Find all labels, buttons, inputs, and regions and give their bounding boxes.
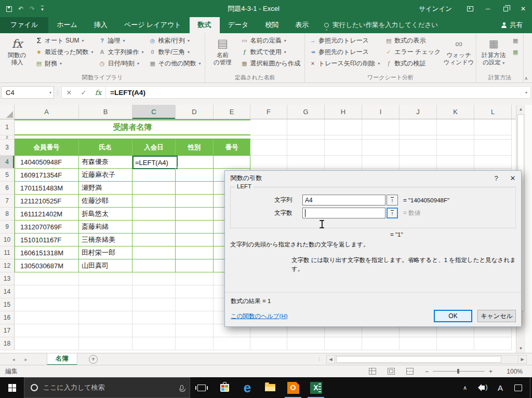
ok-button[interactable]: OK bbox=[434, 310, 472, 322]
ribbon-button-text[interactable]: 文字列操作▾ bbox=[97, 46, 146, 58]
formula-bar-handle[interactable]: ⋮ bbox=[54, 90, 61, 95]
data-cell[interactable]: 1510101167F bbox=[15, 234, 79, 246]
cell[interactable] bbox=[132, 272, 176, 285]
sheet-prev-icon[interactable]: ◂ bbox=[7, 356, 20, 362]
data-cell[interactable] bbox=[176, 169, 214, 182]
data-cell[interactable]: 1312070769F bbox=[15, 221, 79, 234]
table-header-cell[interactable]: 番号 bbox=[214, 140, 250, 156]
data-cell[interactable]: 瀬野満 bbox=[79, 182, 132, 195]
cell[interactable] bbox=[362, 119, 400, 135]
data-cell[interactable]: 1611121402M bbox=[15, 208, 79, 221]
minimize-button[interactable]: ─ bbox=[479, 1, 497, 17]
column-header-E[interactable]: E bbox=[214, 105, 250, 119]
cell[interactable] bbox=[437, 140, 474, 156]
expand-formula-bar-icon[interactable]: ▾ bbox=[525, 90, 527, 95]
arg1-input[interactable] bbox=[302, 195, 385, 205]
scroll-down-icon[interactable]: ▼ bbox=[516, 344, 525, 353]
ribbon-button-more[interactable]: その他の関数▾ bbox=[147, 58, 203, 69]
zoom-in-icon[interactable]: + bbox=[489, 368, 493, 375]
excel-taskbar-button[interactable]: X bbox=[304, 377, 327, 398]
row-header-8[interactable]: 8 bbox=[0, 208, 15, 221]
list-title-cell[interactable]: 受講者名簿 bbox=[15, 119, 250, 135]
cell[interactable] bbox=[400, 156, 437, 169]
ribbon-button-math[interactable]: 数学/三角▾ bbox=[147, 46, 203, 58]
name-box-dropdown-icon[interactable]: ▾ bbox=[49, 90, 51, 95]
cell[interactable] bbox=[474, 337, 512, 350]
save-icon[interactable] bbox=[6, 6, 12, 12]
cell[interactable] bbox=[79, 285, 132, 298]
data-cell[interactable] bbox=[132, 182, 176, 195]
scroll-right-icon[interactable]: ▶ bbox=[518, 355, 527, 364]
tray-chevron-icon[interactable]: ∧ bbox=[456, 377, 474, 398]
column-header-C[interactable]: C bbox=[132, 105, 176, 119]
row-header-18[interactable]: 18 bbox=[0, 337, 15, 350]
column-header-J[interactable]: J bbox=[400, 105, 437, 119]
cell[interactable] bbox=[79, 272, 132, 285]
cell[interactable] bbox=[176, 337, 214, 350]
cell[interactable] bbox=[15, 298, 79, 311]
cell[interactable] bbox=[437, 135, 474, 140]
data-cell[interactable]: 有森優奈 bbox=[79, 156, 132, 169]
ribbon-button-removearrows[interactable]: トレース矢印の削除▾ bbox=[307, 58, 382, 69]
data-cell[interactable]: 近藤麻衣子 bbox=[79, 169, 132, 182]
data-cell[interactable]: 1211210525F bbox=[15, 195, 79, 208]
arg2-input[interactable] bbox=[302, 208, 385, 218]
scroll-up-icon[interactable]: ▲ bbox=[516, 105, 525, 114]
cell[interactable] bbox=[362, 140, 400, 156]
data-cell[interactable] bbox=[132, 234, 176, 246]
data-cell[interactable]: 1404050948F bbox=[15, 156, 79, 169]
cell[interactable] bbox=[79, 298, 132, 311]
tab-挿入[interactable]: 挿入 bbox=[86, 17, 116, 33]
cell[interactable] bbox=[287, 135, 325, 140]
data-cell[interactable] bbox=[176, 182, 214, 195]
cell[interactable] bbox=[250, 140, 287, 156]
cell[interactable] bbox=[362, 156, 400, 169]
cell[interactable] bbox=[79, 337, 132, 350]
share-button[interactable]: 共有 bbox=[496, 21, 532, 33]
tab-ページ レイアウト[interactable]: ページ レイアウト bbox=[116, 17, 190, 33]
confirm-entry-icon[interactable]: ✓ bbox=[76, 89, 91, 97]
ribbon-button-traceprec[interactable]: 参照元のトレース bbox=[307, 35, 382, 46]
data-cell[interactable] bbox=[176, 195, 214, 208]
data-cell[interactable] bbox=[176, 234, 214, 246]
data-cell[interactable]: 斎藤莉緒 bbox=[79, 221, 132, 234]
column-header-K[interactable]: K bbox=[437, 105, 474, 119]
cell[interactable] bbox=[79, 311, 132, 324]
cell[interactable] bbox=[362, 337, 400, 350]
cell[interactable] bbox=[474, 135, 512, 140]
ribbon-button-calcnow[interactable] bbox=[510, 35, 521, 46]
column-header-H[interactable]: H bbox=[325, 105, 362, 119]
ime-indicator[interactable]: A bbox=[491, 377, 509, 398]
cell[interactable] bbox=[362, 135, 400, 140]
column-header-F[interactable]: F bbox=[250, 105, 287, 119]
cell[interactable] bbox=[15, 337, 79, 350]
cell[interactable] bbox=[287, 156, 325, 169]
cell[interactable] bbox=[79, 324, 132, 337]
horizontal-scrollbar[interactable]: ◀ ▶ bbox=[326, 355, 527, 364]
table-header-cell[interactable]: 会員番号 bbox=[15, 140, 79, 156]
cell[interactable] bbox=[176, 298, 214, 311]
cell[interactable] bbox=[15, 324, 79, 337]
tab-表示[interactable]: 表示 bbox=[287, 17, 317, 33]
cancel-entry-icon[interactable]: ✕ bbox=[62, 89, 76, 97]
ribbon-button-watch[interactable]: ウォッチウィンドウ bbox=[444, 35, 474, 66]
data-cell[interactable]: 1609171354F bbox=[15, 169, 79, 182]
ribbon-button-logic[interactable]: 論理▾ bbox=[97, 35, 146, 46]
data-cell[interactable] bbox=[132, 208, 176, 221]
insert-function-icon[interactable]: fx bbox=[91, 89, 105, 97]
table-header-cell[interactable]: 性別 bbox=[176, 140, 214, 156]
store-button[interactable] bbox=[213, 377, 236, 398]
cell[interactable] bbox=[325, 156, 362, 169]
data-cell[interactable] bbox=[132, 195, 176, 208]
ribbon-button-calcopt[interactable]: 計算方法の設定 ▾ bbox=[478, 35, 509, 67]
data-cell[interactable]: 1701151483M bbox=[15, 182, 79, 195]
collapse-ribbon-icon[interactable]: ∧ bbox=[524, 76, 528, 81]
cell[interactable] bbox=[250, 156, 287, 169]
row-header-10[interactable]: 10 bbox=[0, 234, 15, 246]
notification-icon[interactable] bbox=[509, 377, 527, 398]
column-header-D[interactable]: D bbox=[176, 105, 214, 119]
start-button[interactable] bbox=[0, 377, 24, 398]
data-cell[interactable]: 佐藤沙耶 bbox=[79, 195, 132, 208]
tab-数式[interactable]: 数式 bbox=[190, 17, 220, 33]
data-cell[interactable] bbox=[176, 221, 214, 234]
